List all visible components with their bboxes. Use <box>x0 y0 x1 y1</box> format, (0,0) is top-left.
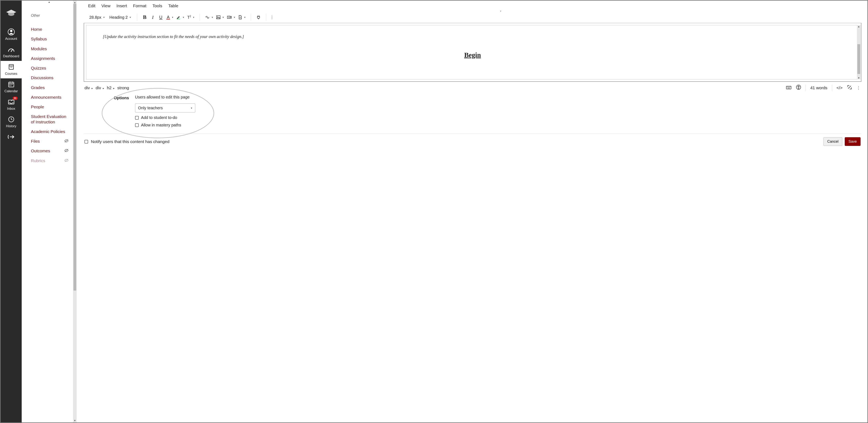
image-button[interactable]: ▾ <box>215 13 225 21</box>
todo-checkbox-row[interactable]: Add to student to-do <box>135 115 195 120</box>
nav-courses[interactable]: Courses <box>1 61 22 78</box>
svg-line-20 <box>11 119 12 120</box>
editor-content[interactable]: [Update the activity instruction section… <box>86 25 859 79</box>
italic-button[interactable]: I <box>149 13 156 21</box>
svg-line-24 <box>65 159 68 162</box>
svg-rect-36 <box>789 87 790 87</box>
svg-rect-33 <box>787 87 787 87</box>
edit-permissions-select[interactable]: Only teachers ▾ <box>135 104 195 113</box>
edit-permissions-label: Users allowed to edit this page <box>135 95 195 100</box>
scroll-down-icon[interactable]: ▼ <box>73 419 77 422</box>
scroll-up-arrow-icon[interactable]: ▲ <box>22 1 77 3</box>
nav-more[interactable] <box>1 131 22 142</box>
scroll-up-icon[interactable]: ▲ <box>73 1 77 4</box>
options-heading: Options <box>114 95 129 128</box>
nav-account[interactable]: Account <box>1 26 22 44</box>
menu-tools[interactable]: Tools <box>152 3 162 8</box>
chevron-down-icon: ▾ <box>183 16 184 19</box>
editor-begin-link[interactable]: Begin <box>92 51 853 59</box>
menu-format[interactable]: Format <box>133 3 147 8</box>
course-nav-discussions[interactable]: Discussions <box>31 73 72 83</box>
course-nav-syllabus[interactable]: Syllabus <box>31 34 72 44</box>
svg-point-40 <box>798 86 799 86</box>
highlight-button[interactable]: ▾ <box>175 13 185 21</box>
breadcrumb-sep-icon <box>92 87 93 90</box>
editor-status-bar: div div h2 strong 41 words </> ⋮ <box>84 82 861 93</box>
course-nav-rubrics[interactable]: Rubrics <box>31 156 72 166</box>
checkbox-icon[interactable] <box>135 123 139 127</box>
font-size-select[interactable]: 28.8px▾ <box>87 13 106 21</box>
scroll-down-icon[interactable]: ▼ <box>857 77 861 79</box>
nav-calendar[interactable]: Calendar <box>1 78 22 96</box>
svg-rect-16 <box>11 85 11 86</box>
menu-view[interactable]: View <box>101 3 111 8</box>
underline-button[interactable]: U <box>157 13 164 21</box>
svg-rect-25 <box>177 19 180 19</box>
course-nav-modules[interactable]: Modules <box>31 44 72 54</box>
save-button[interactable]: Save <box>845 137 861 146</box>
nav-label: Account <box>5 37 17 40</box>
menu-table[interactable]: Table <box>168 3 178 8</box>
course-nav-files[interactable]: Files <box>31 136 72 146</box>
nav-inbox[interactable]: 31 Inbox <box>1 96 22 113</box>
course-nav-assignments[interactable]: Assignments <box>31 54 72 63</box>
svg-rect-38 <box>787 88 790 88</box>
menu-insert[interactable]: Insert <box>116 3 127 8</box>
apps-button[interactable] <box>255 13 262 21</box>
inbox-badge: 31 <box>13 97 18 100</box>
editor-more-button[interactable]: ⋮ <box>857 85 861 90</box>
course-nav-policies[interactable]: Academic Policies <box>31 127 72 136</box>
document-button[interactable]: ▾ <box>237 13 247 21</box>
html-editor-button[interactable]: </> <box>836 85 842 90</box>
word-count: 41 words <box>810 85 827 90</box>
course-nav-outcomes[interactable]: Outcomes <box>31 146 72 156</box>
course-nav-home[interactable]: Home <box>31 25 72 34</box>
course-nav: Other Home Syllabus Modules Assignments … <box>22 4 77 166</box>
nav-dashboard[interactable]: Dashboard <box>1 44 22 61</box>
nav-label: Dashboard <box>3 54 19 58</box>
course-nav-announcements[interactable]: Announcements <box>31 92 72 102</box>
breadcrumb-sep-icon <box>113 87 115 90</box>
course-nav-sei[interactable]: Student Evaluation of Instruction <box>31 112 72 127</box>
svg-line-22 <box>65 139 68 142</box>
toolbar-more-button[interactable]: ⋮ <box>268 13 276 21</box>
editor-menubar: Edit View Insert Format Tools Table <box>84 1 861 11</box>
calendar-icon <box>7 80 15 88</box>
course-nav-people[interactable]: People <box>31 102 72 112</box>
mastery-checkbox-row[interactable]: Allow in mastery paths <box>135 123 195 128</box>
global-nav: Account Dashboard Courses Calendar 31 <box>1 1 22 422</box>
fullscreen-button[interactable] <box>847 85 852 91</box>
bold-button[interactable]: B <box>141 13 148 21</box>
superscript-button[interactable]: T2▾ <box>186 13 195 21</box>
scroll-up-icon[interactable]: ▲ <box>857 25 861 28</box>
keyboard-shortcuts-button[interactable] <box>786 85 792 90</box>
svg-line-23 <box>65 149 68 152</box>
media-button[interactable]: ▾ <box>226 13 236 21</box>
nav-history[interactable]: History <box>1 113 22 131</box>
checkbox-icon[interactable] <box>135 116 139 119</box>
scroll-thumb[interactable] <box>73 4 76 290</box>
gauge-icon <box>7 46 15 53</box>
scroll-thumb[interactable] <box>857 44 860 74</box>
block-format-select[interactable]: Heading 2▾ <box>107 13 133 21</box>
element-path[interactable]: div div h2 strong <box>85 85 129 90</box>
link-button[interactable]: ▾ <box>204 13 214 21</box>
accessibility-checker-button[interactable] <box>796 85 801 91</box>
svg-rect-32 <box>786 86 791 89</box>
checkbox-icon[interactable] <box>85 140 88 143</box>
course-nav-grades[interactable]: Grades <box>31 83 72 92</box>
breadcrumb-sep-icon <box>103 87 104 90</box>
svg-rect-34 <box>788 87 788 87</box>
menu-edit[interactable]: Edit <box>88 3 95 8</box>
chevron-down-icon: ▾ <box>244 16 245 19</box>
svg-rect-35 <box>788 87 789 87</box>
editor-scrollbar[interactable]: ▲ ▼ <box>857 25 861 79</box>
course-nav-quizzes[interactable]: Quizzes <box>31 63 72 73</box>
cancel-button[interactable]: Cancel <box>824 137 842 146</box>
page-footer: Notify users that this content has chang… <box>84 134 861 146</box>
chevron-down-icon: ▾ <box>172 16 173 19</box>
text-color-button[interactable]: A▾ <box>165 13 175 21</box>
editor-toolbar: 28.8px▾ Heading 2▾ B I U A▾ ▾ T2▾ ▾ ▾ ▾ … <box>84 12 861 23</box>
course-nav-scrollbar[interactable]: ▲ ▼ <box>73 1 77 422</box>
svg-rect-37 <box>790 87 790 87</box>
